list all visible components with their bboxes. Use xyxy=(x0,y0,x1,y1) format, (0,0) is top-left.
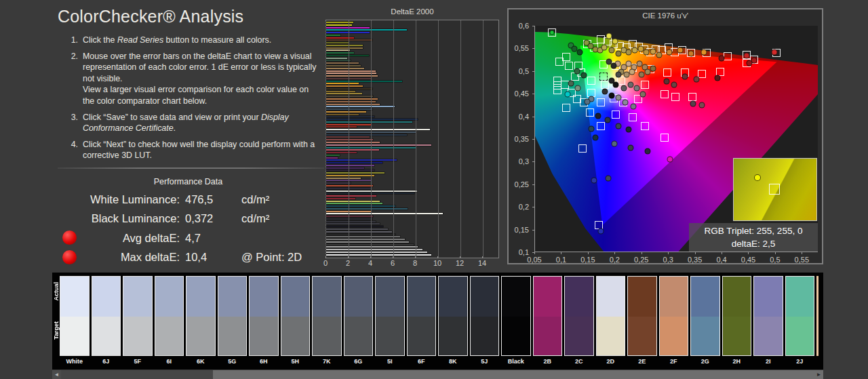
cie-measured-point xyxy=(612,141,618,147)
deltae-error-bar[interactable] xyxy=(326,236,400,237)
deltae-error-bar[interactable] xyxy=(326,167,364,169)
cie-measured-point xyxy=(612,38,618,44)
deltae-error-bar[interactable] xyxy=(326,195,376,197)
swatch-target xyxy=(691,317,719,355)
scrollbar-left-arrow-icon[interactable]: ◄ xyxy=(52,370,61,379)
swatch-column xyxy=(533,276,563,356)
axis-tick xyxy=(614,252,615,254)
swatch-column xyxy=(501,276,531,356)
deltae-error-bar[interactable] xyxy=(326,142,380,143)
deltae-error-bar[interactable] xyxy=(326,178,361,179)
swatch-column xyxy=(470,276,500,356)
deltae-error-bar[interactable] xyxy=(326,45,363,46)
cie-measured-point xyxy=(719,55,725,61)
deltae-error-bar[interactable] xyxy=(326,71,376,72)
cie-measured-point xyxy=(595,113,601,119)
cie-measured-point xyxy=(622,100,628,106)
axis-tick-label: 0,4 xyxy=(519,113,529,121)
deltae-error-bar[interactable] xyxy=(326,93,362,94)
deltae-error-bar[interactable] xyxy=(326,106,395,107)
deltae-error-bar[interactable] xyxy=(326,216,373,217)
deltae-error-bar[interactable] xyxy=(326,116,374,117)
deltae-error-bar[interactable] xyxy=(326,228,388,230)
deltae-error-bar[interactable] xyxy=(326,121,412,123)
deltae-error-bar[interactable] xyxy=(326,49,350,51)
deltae-error-bar[interactable] xyxy=(326,185,373,186)
deltae-error-bar[interactable] xyxy=(326,65,361,66)
deltae-error-bar[interactable] xyxy=(326,37,354,39)
deltae-error-bar[interactable] xyxy=(326,172,384,174)
deltae-error-bar[interactable] xyxy=(326,91,355,92)
deltae-error-bar[interactable] xyxy=(326,73,376,74)
instructions-list: 1.Click the Read Series button to measur… xyxy=(58,35,326,161)
deltae-error-bar[interactable] xyxy=(326,29,407,31)
axis-tick-label: 0,05 xyxy=(527,256,541,264)
label-spacer xyxy=(816,358,818,365)
deltae-error-bar[interactable] xyxy=(326,155,340,156)
deltae-error-bar[interactable] xyxy=(326,165,374,166)
comparator-scrollbar[interactable]: ◄ ► xyxy=(52,370,823,379)
deltae-error-bar[interactable] xyxy=(326,58,347,59)
cie-measured-point xyxy=(606,33,612,39)
deltae-error-bar[interactable] xyxy=(326,81,402,82)
deltae-error-bar[interactable] xyxy=(326,104,380,105)
swatch-actual xyxy=(60,277,89,317)
deltae-error-bar[interactable] xyxy=(326,152,357,153)
deltae-error-bar[interactable] xyxy=(326,175,374,176)
deltae-error-bar[interactable] xyxy=(326,35,340,36)
deltae-error-bar[interactable] xyxy=(326,68,364,69)
deltae-error-bar[interactable] xyxy=(326,157,338,159)
deltae-error-bar[interactable] xyxy=(326,159,397,161)
deltae-error-bar[interactable] xyxy=(326,98,378,100)
cie-measured-point xyxy=(701,49,707,56)
deltae-error-bar[interactable] xyxy=(326,85,363,87)
deltae-error-bar[interactable] xyxy=(326,213,443,214)
deltae-error-bar[interactable] xyxy=(326,42,349,43)
axis-tick xyxy=(775,252,776,254)
swatch-label: 2J xyxy=(785,358,815,365)
deltae-error-bar[interactable] xyxy=(326,252,427,253)
deltae-error-bar[interactable] xyxy=(326,198,355,199)
deltae-error-bar[interactable] xyxy=(326,101,376,102)
deltae-error-bar[interactable] xyxy=(326,47,363,49)
deltae-error-bar[interactable] xyxy=(326,201,380,202)
deltae-error-bar[interactable] xyxy=(326,55,369,56)
deltae-error-bar[interactable] xyxy=(326,119,418,120)
deltae-error-bar[interactable] xyxy=(326,226,383,227)
swatch-column xyxy=(249,276,279,356)
deltae-error-bar[interactable] xyxy=(326,231,392,233)
deltae-error-bar[interactable] xyxy=(326,241,409,243)
deltae-error-bar[interactable] xyxy=(326,96,373,97)
deltae-error-bar[interactable] xyxy=(326,60,351,61)
scrollbar-right-arrow-icon[interactable]: ► xyxy=(814,370,823,379)
deltae-error-bar[interactable] xyxy=(326,114,359,115)
deltae-error-bar[interactable] xyxy=(326,52,354,54)
deltae-error-bar[interactable] xyxy=(326,139,373,140)
deltae-error-bar[interactable] xyxy=(326,129,430,130)
scrollbar-thumb[interactable] xyxy=(61,370,213,379)
deltae-error-bar[interactable] xyxy=(326,208,408,210)
deltae-error-bar[interactable] xyxy=(326,169,374,171)
deltae-error-bar[interactable] xyxy=(326,234,395,235)
deltae-error-bar[interactable] xyxy=(326,83,359,84)
deltae-error-bar[interactable] xyxy=(326,205,395,207)
deltae-error-bar[interactable] xyxy=(326,62,359,64)
deltae-error-bar[interactable] xyxy=(326,134,407,136)
deltae-error-bar[interactable] xyxy=(326,162,382,163)
deltae-error-bar[interactable] xyxy=(326,126,357,127)
deltae-error-bar[interactable] xyxy=(326,244,414,245)
deltae-error-bar[interactable] xyxy=(326,223,380,224)
deltae-error-bar[interactable] xyxy=(326,249,422,250)
deltae-error-bar[interactable] xyxy=(326,182,351,184)
deltae-error-bar[interactable] xyxy=(326,221,376,222)
cie-measured-point xyxy=(615,94,621,100)
cie-measured-point xyxy=(597,228,604,235)
deltae-error-bar[interactable] xyxy=(326,111,366,113)
instruction-text: Click the Read Series button to measure … xyxy=(83,35,321,46)
axis-tick-label: 14 xyxy=(478,259,486,267)
swatch-actual xyxy=(250,277,278,317)
swatch-column xyxy=(627,276,657,356)
deltae-error-bar[interactable] xyxy=(326,246,418,247)
deltae-error-bar[interactable] xyxy=(326,203,382,204)
deltae-error-bar[interactable] xyxy=(326,75,378,77)
